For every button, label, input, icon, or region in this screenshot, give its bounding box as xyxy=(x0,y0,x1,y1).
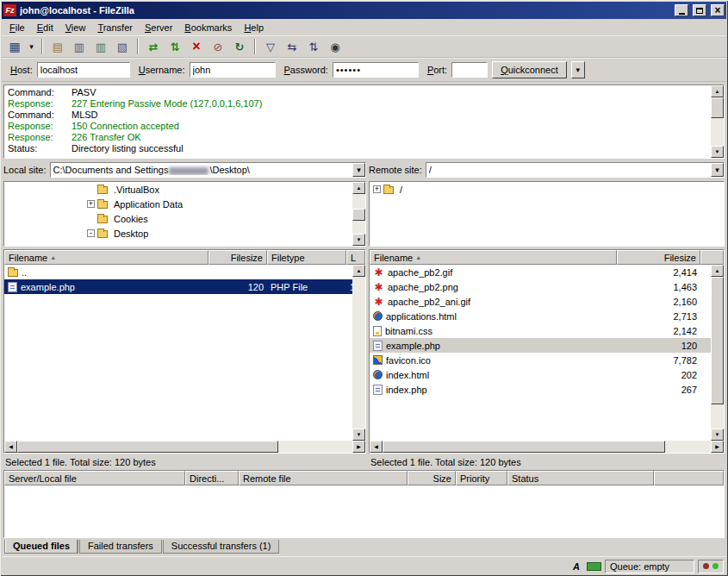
column-header-remote-file[interactable]: Remote file xyxy=(239,471,408,485)
local-site-combo[interactable]: C:\Documents and Settings\Desktop\ xyxy=(50,162,366,178)
quickconnect-button[interactable]: Quickconnect xyxy=(492,61,567,78)
encryption-indicator-icon[interactable] xyxy=(587,562,601,571)
scrollbar-track[interactable] xyxy=(711,277,724,429)
scroll-down-icon[interactable] xyxy=(711,429,724,441)
quickconnect-dropdown-icon[interactable] xyxy=(571,61,585,78)
column-header-filetype[interactable]: Filetype xyxy=(267,250,346,265)
site-manager-dropdown-icon[interactable] xyxy=(26,37,37,56)
menu-item-edit[interactable]: Edit xyxy=(31,21,59,34)
disconnect-icon[interactable] xyxy=(208,37,228,56)
port-input[interactable] xyxy=(451,62,488,78)
column-header-filesize[interactable]: Filesize xyxy=(617,250,700,265)
column-header-filename[interactable]: Filename▲ xyxy=(370,250,617,265)
queue-toggle-icon[interactable] xyxy=(112,37,133,56)
remote-site-combo[interactable]: / xyxy=(426,162,725,178)
scroll-right-icon[interactable] xyxy=(352,441,365,453)
file-row-index-html[interactable]: index.html202 xyxy=(370,367,711,382)
scrollbar-track[interactable] xyxy=(17,441,352,453)
local-tree-toggle-icon[interactable] xyxy=(69,37,90,56)
file-row-bitnami-css[interactable]: bitnami.css2,142 xyxy=(370,323,711,338)
maximize-button[interactable] xyxy=(693,4,706,16)
sync-browsing-icon[interactable] xyxy=(303,37,324,56)
scroll-down-icon[interactable] xyxy=(352,429,365,441)
scroll-left-icon[interactable] xyxy=(370,441,383,453)
scrollbar-track[interactable] xyxy=(352,194,365,234)
local-list-body[interactable]: ..example.php120PHP File1 xyxy=(4,265,365,441)
password-input[interactable] xyxy=(333,62,419,78)
remote-tree-toggle-icon[interactable] xyxy=(90,37,111,56)
local-tree-scrollbar[interactable] xyxy=(352,182,365,246)
username-input[interactable] xyxy=(190,62,276,78)
file-row-applications-html[interactable]: applications.html2,713 xyxy=(370,309,711,323)
scrollbar-thumb[interactable] xyxy=(711,97,724,118)
minimize-button[interactable] xyxy=(675,4,688,16)
host-input[interactable] xyxy=(37,62,130,78)
scrollbar-track[interactable] xyxy=(383,441,711,453)
scrollbar-thumb[interactable] xyxy=(383,441,665,453)
process-queue-icon[interactable] xyxy=(165,37,185,56)
scrollbar-track[interactable] xyxy=(352,277,365,429)
site-manager-icon[interactable] xyxy=(4,37,25,56)
scroll-down-icon[interactable] xyxy=(711,146,724,158)
local-site-dropdown-icon[interactable] xyxy=(352,163,365,177)
scrollbar-track[interactable] xyxy=(711,97,724,146)
scroll-left-icon[interactable] xyxy=(4,441,17,453)
scroll-up-icon[interactable] xyxy=(352,265,365,277)
scrollbar-thumb[interactable] xyxy=(17,441,278,453)
tree-item-cookies[interactable]: Cookies xyxy=(4,211,352,226)
scroll-up-icon[interactable] xyxy=(711,85,724,97)
file-row-apache-pb2-png[interactable]: apache_pb2.png1,463 xyxy=(370,279,711,294)
compare-icon[interactable] xyxy=(282,37,302,56)
tab-successful-transfers-1[interactable]: Successful transfers (1) xyxy=(163,540,280,554)
expand-icon[interactable]: + xyxy=(373,185,381,193)
scroll-up-icon[interactable] xyxy=(352,182,365,194)
cancel-icon[interactable] xyxy=(186,37,207,56)
queue-body[interactable] xyxy=(4,485,724,537)
column-header-priority[interactable]: Priority xyxy=(456,471,507,485)
menu-item-file[interactable]: File xyxy=(3,21,31,34)
tree-item-desktop[interactable]: -Desktop xyxy=(4,226,352,241)
tab-failed-transfers[interactable]: Failed transfers xyxy=(79,540,162,554)
scroll-down-icon[interactable] xyxy=(352,234,365,246)
file-row-apache-pb2-ani-gif[interactable]: apache_pb2_ani.gif2,160 xyxy=(370,294,711,309)
find-icon[interactable] xyxy=(325,37,345,56)
refresh-icon[interactable] xyxy=(143,37,164,56)
remote-site-dropdown-icon[interactable] xyxy=(711,163,724,177)
filter-icon[interactable] xyxy=(260,37,281,56)
remote-horizontal-scrollbar[interactable] xyxy=(370,441,724,453)
menu-item-transfer[interactable]: Transfer xyxy=(91,21,139,34)
menu-item-help[interactable]: Help xyxy=(238,21,270,34)
file-row-example-php[interactable]: example.php120 xyxy=(370,338,711,353)
column-header-directi[interactable]: Directi... xyxy=(185,471,239,485)
scrollbar-thumb[interactable] xyxy=(711,277,724,404)
file-row-example-php[interactable]: example.php120PHP File1 xyxy=(4,279,352,294)
scroll-right-icon[interactable] xyxy=(711,441,724,453)
menu-item-bookmarks[interactable]: Bookmarks xyxy=(178,21,238,34)
file-row-index-php[interactable]: index.php267 xyxy=(370,382,711,397)
menu-item-view[interactable]: View xyxy=(59,21,92,34)
expand-icon[interactable]: + xyxy=(87,200,95,208)
column-header-size[interactable]: Size xyxy=(408,471,456,485)
log-toggle-icon[interactable] xyxy=(47,37,68,56)
reconnect-icon[interactable] xyxy=(229,37,250,56)
local-horizontal-scrollbar[interactable] xyxy=(4,441,365,453)
column-header-filesize[interactable]: Filesize xyxy=(208,250,267,265)
local-list-scrollbar[interactable] xyxy=(352,265,365,441)
file-row-favicon-ico[interactable]: favicon.ico7,782 xyxy=(370,353,711,367)
column-header-status[interactable]: Status xyxy=(507,471,654,485)
remote-list-scrollbar[interactable] xyxy=(711,265,724,441)
column-header-l[interactable]: L xyxy=(346,250,365,265)
file-row-apache-pb2-gif[interactable]: apache_pb2.gif2,414 xyxy=(370,265,711,279)
tree-item-virtualbox[interactable]: .VirtualBox xyxy=(4,182,352,197)
menu-item-server[interactable]: Server xyxy=(139,21,178,34)
scroll-up-icon[interactable] xyxy=(711,265,724,277)
collapse-icon[interactable]: - xyxy=(87,229,95,237)
column-header-server-local-file[interactable]: Server/Local file xyxy=(4,471,185,485)
scrollbar-thumb[interactable] xyxy=(352,209,365,221)
close-button[interactable] xyxy=(711,4,725,16)
tab-queued-files[interactable]: Queued files xyxy=(4,540,78,554)
file-row-item[interactable]: .. xyxy=(4,265,352,279)
title-bar[interactable]: Fz john@localhost - FileZilla xyxy=(2,2,726,19)
remote-list-body[interactable]: apache_pb2.gif2,414apache_pb2.png1,463ap… xyxy=(370,265,724,441)
tree-item-application-data[interactable]: +Application Data xyxy=(4,197,352,211)
